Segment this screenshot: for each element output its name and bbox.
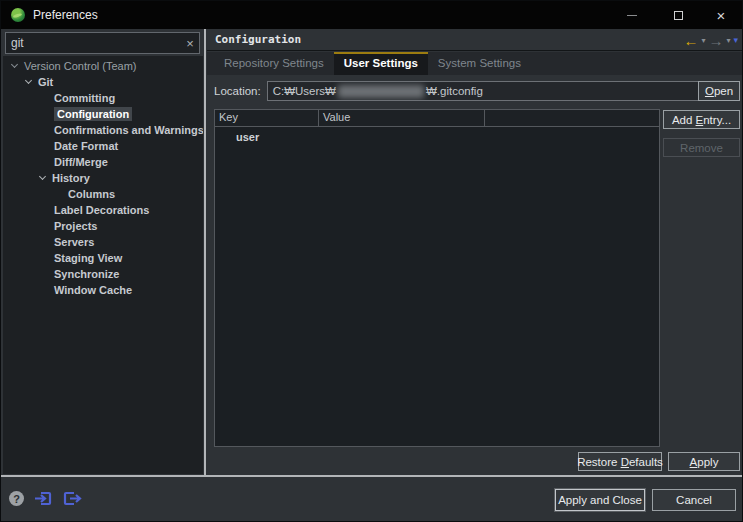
window-title: Preferences [33,8,98,22]
back-dropdown-icon[interactable]: ▾ [701,36,705,45]
tree-item-staging-view[interactable]: Staging View [3,250,203,266]
close-button[interactable]: × [698,1,743,29]
page-header: Configuration ← ▾ → ▾ ▾ [207,29,743,51]
tree-item-synchronize[interactable]: Synchronize [3,266,203,282]
forward-dropdown-icon[interactable]: ▾ [726,36,730,45]
close-icon: × [717,7,726,24]
column-header-value[interactable]: Value [319,110,485,127]
search-clear-icon[interactable]: × [182,34,198,52]
table-row[interactable]: user [215,129,659,145]
selected-tree-item: Configuration [54,107,132,121]
tree-item-configuration[interactable]: Configuration [3,106,203,122]
location-path-prefix: C:₩Users₩ [273,85,336,97]
import-preferences-icon[interactable] [33,490,53,507]
forward-icon[interactable]: → [708,33,723,48]
footer-icons: ? [9,490,82,507]
app-icon [11,8,25,22]
cancel-button[interactable]: Cancel [652,489,736,511]
tab-repository-settings[interactable]: Repository Settings [214,52,334,75]
tree-item-version-control[interactable]: Version Control (Team) [3,58,203,74]
tree-item-date-format[interactable]: Date Format [3,138,203,154]
page-title: Configuration [215,33,301,46]
entry-key: user [236,131,259,143]
maximize-icon [674,11,683,20]
page-buttons: Restore Defaults Apply [578,452,740,471]
apply-and-close-button[interactable]: Apply and Close [555,489,645,511]
tree-item-git[interactable]: Git [3,74,203,90]
location-field[interactable]: C:₩Users₩ ₩.gitconfig [267,81,740,101]
redacted-username [338,85,424,98]
column-header-extra[interactable] [485,110,659,127]
footer-buttons: Apply and Close Cancel [555,489,736,511]
dialog-footer: ? Apply and Close Cancel [1,477,743,522]
location-label: Location: [214,85,261,97]
apply-button[interactable]: Apply [668,452,740,471]
column-header-key[interactable]: Key [215,110,319,127]
tab-system-settings[interactable]: System Settings [428,52,531,75]
help-icon[interactable]: ? [9,491,24,506]
tree-item-columns[interactable]: Columns [3,186,203,202]
remove-button[interactable]: Remove [663,138,740,157]
panel-resize-sash[interactable] [204,29,206,475]
chevron-down-icon[interactable] [25,77,32,84]
export-preferences-icon[interactable] [62,490,82,507]
maximize-button[interactable] [658,1,698,29]
preferences-dialog: Preferences × × Version Control (Team) G… [0,0,743,522]
search-input[interactable] [5,32,200,54]
tree-item-label-decorations[interactable]: Label Decorations [3,202,203,218]
minimize-button[interactable] [612,1,652,29]
tree-item-diff-merge[interactable]: Diff/Merge [3,154,203,170]
config-entries-table: Key Value user [214,109,660,447]
minimize-icon [627,15,637,16]
chevron-down-icon[interactable] [11,61,18,68]
tree-item-committing[interactable]: Committing [3,90,203,106]
tree-item-history[interactable]: History [3,170,203,186]
back-icon[interactable]: ← [683,33,698,48]
add-entry-button[interactable]: Add Entry... [663,110,740,129]
tree-item-servers[interactable]: Servers [3,234,203,250]
tree-item-window-cache[interactable]: Window Cache [3,282,203,298]
preferences-tree: Version Control (Team) Git Committing Co… [3,56,203,474]
chevron-down-icon[interactable] [39,173,46,180]
restore-defaults-button[interactable]: Restore Defaults [578,452,662,471]
history-nav: ← ▾ → ▾ ▾ [683,29,738,51]
configuration-page: Configuration ← ▾ → ▾ ▾ Repository Setti… [207,29,743,475]
table-header: Key Value [215,110,659,127]
titlebar: Preferences × [1,1,743,29]
view-menu-icon[interactable]: ▾ [733,35,738,45]
settings-tabstrip: Repository Settings User Settings System… [207,52,743,75]
tree-item-confirmations-and-warnings[interactable]: Confirmations and Warnings [3,122,203,138]
tree-item-projects[interactable]: Projects [3,218,203,234]
open-button[interactable]: Open [698,81,740,101]
location-path-suffix: ₩.gitconfig [426,85,483,97]
tab-user-settings[interactable]: User Settings [334,52,428,75]
location-row: Location: C:₩Users₩ ₩.gitconfig [214,80,740,102]
